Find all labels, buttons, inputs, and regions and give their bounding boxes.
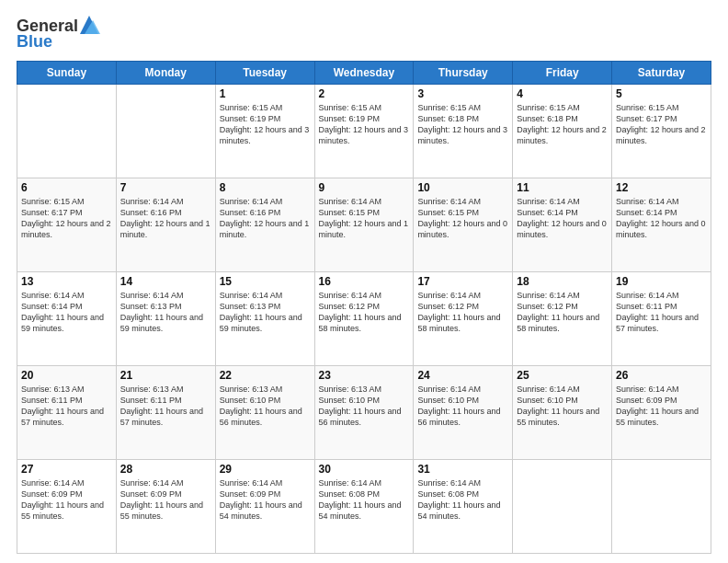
calendar-cell: 31Sunrise: 6:14 AMSunset: 6:08 PMDayligh…	[414, 460, 513, 554]
calendar-day-header: Tuesday	[215, 62, 314, 85]
calendar-day-header: Monday	[116, 62, 215, 85]
day-number: 3	[417, 87, 508, 100]
calendar-cell: 26Sunrise: 6:14 AMSunset: 6:09 PMDayligh…	[612, 366, 711, 460]
day-number: 26	[616, 369, 707, 382]
page: General Blue SundayMondayTuesdayWednesda…	[0, 0, 728, 563]
day-number: 23	[319, 369, 410, 382]
calendar-day-header: Friday	[513, 62, 612, 85]
calendar-cell: 16Sunrise: 6:14 AMSunset: 6:12 PMDayligh…	[314, 272, 414, 366]
cell-info: Sunrise: 6:14 AMSunset: 6:08 PMDaylight:…	[319, 477, 410, 523]
calendar-cell: 19Sunrise: 6:14 AMSunset: 6:11 PMDayligh…	[612, 272, 711, 366]
cell-info: Sunrise: 6:14 AMSunset: 6:13 PMDaylight:…	[120, 290, 211, 335]
calendar-cell: 12Sunrise: 6:14 AMSunset: 6:14 PMDayligh…	[612, 178, 711, 272]
day-number: 27	[21, 463, 112, 476]
calendar-cell: 21Sunrise: 6:13 AMSunset: 6:11 PMDayligh…	[116, 366, 215, 460]
calendar-cell: 24Sunrise: 6:14 AMSunset: 6:10 PMDayligh…	[414, 366, 513, 460]
calendar-cell: 23Sunrise: 6:13 AMSunset: 6:10 PMDayligh…	[314, 366, 414, 460]
calendar-cell: 25Sunrise: 6:14 AMSunset: 6:10 PMDayligh…	[513, 366, 612, 460]
cell-info: Sunrise: 6:13 AMSunset: 6:11 PMDaylight:…	[21, 384, 112, 429]
day-number: 13	[21, 275, 112, 288]
cell-info: Sunrise: 6:15 AMSunset: 6:17 PMDaylight:…	[616, 102, 707, 147]
calendar-day-header: Sunday	[17, 62, 117, 85]
calendar-cell: 2Sunrise: 6:15 AMSunset: 6:19 PMDaylight…	[314, 85, 414, 178]
cell-info: Sunrise: 6:14 AMSunset: 6:13 PMDaylight:…	[220, 290, 311, 335]
day-number: 6	[21, 181, 112, 194]
logo: General Blue	[17, 17, 100, 52]
calendar-cell: 17Sunrise: 6:14 AMSunset: 6:12 PMDayligh…	[414, 272, 513, 366]
day-number: 30	[319, 463, 410, 476]
cell-info: Sunrise: 6:15 AMSunset: 6:19 PMDaylight:…	[220, 102, 311, 147]
calendar-cell: 1Sunrise: 6:15 AMSunset: 6:19 PMDaylight…	[215, 85, 314, 178]
cell-info: Sunrise: 6:14 AMSunset: 6:14 PMDaylight:…	[517, 196, 608, 241]
cell-info: Sunrise: 6:15 AMSunset: 6:18 PMDaylight:…	[517, 102, 608, 147]
day-number: 7	[120, 181, 211, 194]
day-number: 21	[120, 369, 211, 382]
day-number: 15	[220, 275, 311, 288]
calendar-week-row: 27Sunrise: 6:14 AMSunset: 6:09 PMDayligh…	[17, 460, 711, 554]
day-number: 18	[517, 275, 608, 288]
calendar-cell	[116, 85, 215, 178]
calendar-week-row: 20Sunrise: 6:13 AMSunset: 6:11 PMDayligh…	[17, 366, 711, 460]
day-number: 16	[319, 275, 410, 288]
cell-info: Sunrise: 6:14 AMSunset: 6:09 PMDaylight:…	[220, 477, 311, 523]
calendar-day-header: Wednesday	[314, 62, 414, 85]
calendar-cell: 11Sunrise: 6:14 AMSunset: 6:14 PMDayligh…	[513, 178, 612, 272]
calendar-cell: 18Sunrise: 6:14 AMSunset: 6:12 PMDayligh…	[513, 272, 612, 366]
logo-blue: Blue	[17, 32, 52, 52]
day-number: 11	[517, 181, 608, 194]
cell-info: Sunrise: 6:15 AMSunset: 6:19 PMDaylight:…	[319, 102, 410, 147]
cell-info: Sunrise: 6:13 AMSunset: 6:10 PMDaylight:…	[220, 384, 311, 429]
cell-info: Sunrise: 6:14 AMSunset: 6:16 PMDaylight:…	[220, 196, 311, 241]
calendar-week-row: 6Sunrise: 6:15 AMSunset: 6:17 PMDaylight…	[17, 178, 711, 272]
calendar-cell: 28Sunrise: 6:14 AMSunset: 6:09 PMDayligh…	[116, 460, 215, 554]
cell-info: Sunrise: 6:14 AMSunset: 6:16 PMDaylight:…	[120, 196, 211, 241]
cell-info: Sunrise: 6:14 AMSunset: 6:08 PMDaylight:…	[417, 477, 508, 523]
day-number: 2	[319, 87, 410, 100]
cell-info: Sunrise: 6:14 AMSunset: 6:10 PMDaylight:…	[517, 384, 608, 429]
calendar-day-header: Saturday	[612, 62, 711, 85]
day-number: 28	[120, 463, 211, 476]
logo-icon	[80, 16, 100, 34]
calendar-cell: 30Sunrise: 6:14 AMSunset: 6:08 PMDayligh…	[314, 460, 414, 554]
cell-info: Sunrise: 6:13 AMSunset: 6:10 PMDaylight:…	[319, 384, 410, 429]
day-number: 29	[220, 463, 311, 476]
calendar-cell: 22Sunrise: 6:13 AMSunset: 6:10 PMDayligh…	[215, 366, 314, 460]
day-number: 8	[220, 181, 311, 194]
calendar-cell: 9Sunrise: 6:14 AMSunset: 6:15 PMDaylight…	[314, 178, 414, 272]
cell-info: Sunrise: 6:14 AMSunset: 6:11 PMDaylight:…	[616, 290, 707, 335]
calendar-week-row: 13Sunrise: 6:14 AMSunset: 6:14 PMDayligh…	[17, 272, 711, 366]
header: General Blue	[17, 17, 711, 52]
calendar-cell: 10Sunrise: 6:14 AMSunset: 6:15 PMDayligh…	[414, 178, 513, 272]
day-number: 10	[417, 181, 508, 194]
cell-info: Sunrise: 6:14 AMSunset: 6:12 PMDaylight:…	[319, 290, 410, 335]
cell-info: Sunrise: 6:14 AMSunset: 6:09 PMDaylight:…	[616, 384, 707, 429]
cell-info: Sunrise: 6:15 AMSunset: 6:17 PMDaylight:…	[21, 196, 112, 241]
day-number: 17	[417, 275, 508, 288]
cell-info: Sunrise: 6:14 AMSunset: 6:12 PMDaylight:…	[417, 290, 508, 335]
day-number: 1	[220, 87, 311, 100]
calendar-cell: 15Sunrise: 6:14 AMSunset: 6:13 PMDayligh…	[215, 272, 314, 366]
day-number: 24	[417, 369, 508, 382]
calendar-cell: 5Sunrise: 6:15 AMSunset: 6:17 PMDaylight…	[612, 85, 711, 178]
calendar-table: SundayMondayTuesdayWednesdayThursdayFrid…	[17, 61, 711, 554]
calendar-cell: 27Sunrise: 6:14 AMSunset: 6:09 PMDayligh…	[17, 460, 117, 554]
cell-info: Sunrise: 6:14 AMSunset: 6:09 PMDaylight:…	[21, 477, 112, 523]
calendar-cell	[612, 460, 711, 554]
calendar-cell: 8Sunrise: 6:14 AMSunset: 6:16 PMDaylight…	[215, 178, 314, 272]
cell-info: Sunrise: 6:13 AMSunset: 6:11 PMDaylight:…	[120, 384, 211, 429]
cell-info: Sunrise: 6:14 AMSunset: 6:15 PMDaylight:…	[319, 196, 410, 241]
calendar-cell	[17, 85, 117, 178]
day-number: 14	[120, 275, 211, 288]
calendar-week-row: 1Sunrise: 6:15 AMSunset: 6:19 PMDaylight…	[17, 85, 711, 178]
cell-info: Sunrise: 6:14 AMSunset: 6:15 PMDaylight:…	[417, 196, 508, 241]
calendar-header-row: SundayMondayTuesdayWednesdayThursdayFrid…	[17, 62, 711, 85]
calendar-day-header: Thursday	[414, 62, 513, 85]
calendar-cell: 6Sunrise: 6:15 AMSunset: 6:17 PMDaylight…	[17, 178, 117, 272]
day-number: 12	[616, 181, 707, 194]
day-number: 19	[616, 275, 707, 288]
cell-info: Sunrise: 6:14 AMSunset: 6:12 PMDaylight:…	[517, 290, 608, 335]
cell-info: Sunrise: 6:14 AMSunset: 6:14 PMDaylight:…	[21, 290, 112, 335]
cell-info: Sunrise: 6:14 AMSunset: 6:14 PMDaylight:…	[616, 196, 707, 241]
calendar-cell: 14Sunrise: 6:14 AMSunset: 6:13 PMDayligh…	[116, 272, 215, 366]
day-number: 25	[517, 369, 608, 382]
